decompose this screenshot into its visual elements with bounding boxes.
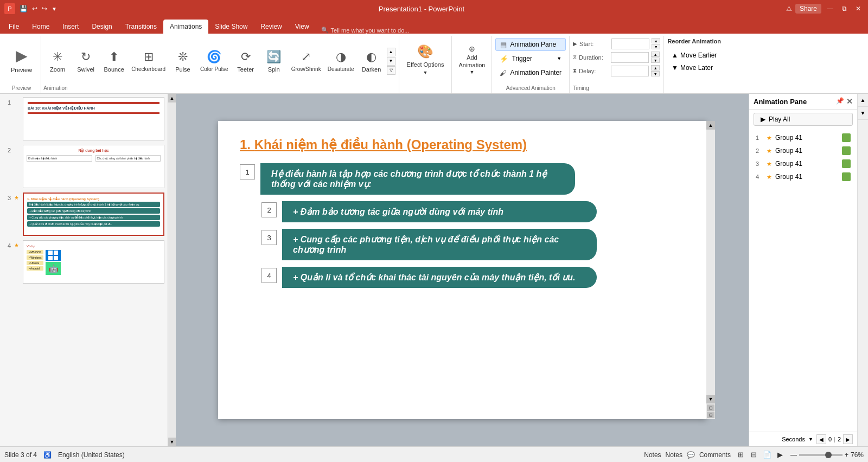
move-later-button[interactable]: ▼ Move Later	[667, 62, 721, 73]
delay-spin-down[interactable]: ▼	[651, 71, 660, 76]
slide-thumb-2: Nội dung bài học Khái niệm hệ điều hành …	[23, 145, 164, 188]
slide-item-1[interactable]: 1 BÀI 10: KHÁI NIỆM VỀ HỆ ĐIỀU HÀNH	[2, 96, 165, 142]
animation-pane-button[interactable]: ▤ Animation Pane	[495, 38, 566, 51]
zoom-in-btn[interactable]: +	[845, 451, 848, 459]
preview-button[interactable]: ▶ Preview	[5, 38, 37, 81]
anim-item-2[interactable]: 2 ★ Group 41	[754, 144, 853, 157]
comments-label[interactable]: Comments	[699, 451, 731, 459]
effect-options-button[interactable]: 🎨 Effect Options ▼	[403, 38, 449, 81]
canvas-scroll-up[interactable]: ▲	[706, 121, 715, 130]
anim-btn-spin[interactable]: 🔄 Spin	[260, 40, 288, 83]
tell-me-text[interactable]: Tell me what you want to do...	[331, 27, 410, 34]
accessibility-icon[interactable]: ♿	[43, 451, 52, 459]
tab-view[interactable]: View	[289, 20, 316, 34]
notes-label[interactable]: Notes	[666, 451, 682, 459]
seconds-start: 0	[828, 436, 832, 442]
slides-scroll-up[interactable]: ▲	[168, 94, 176, 102]
tab-slideshow[interactable]: Slide Show	[208, 20, 254, 34]
slide-canvas[interactable]: 1. Khái niệm hệ điều hành (Operating Sys…	[218, 121, 706, 419]
anim-item-1[interactable]: 1 ★ Group 41	[754, 131, 853, 144]
restore-button[interactable]: ⧉	[839, 3, 850, 14]
tab-home[interactable]: Home	[25, 20, 56, 34]
animation-painter-button[interactable]: 🖌 Animation Painter	[495, 66, 566, 79]
anim-scroll-up[interactable]: ▲	[387, 48, 395, 56]
duration-spin-down[interactable]: ▼	[651, 57, 660, 63]
trigger-button[interactable]: ⚡ Trigger ▼	[495, 52, 566, 65]
duration-spin-up[interactable]: ▲	[651, 52, 660, 57]
start-input[interactable]	[611, 39, 649, 49]
tab-insert[interactable]: Insert	[56, 20, 85, 34]
canvas-wrapper: 1. Khái niệm hệ điều hành (Operating Sys…	[218, 121, 706, 419]
reading-view-btn[interactable]: 📄	[761, 449, 773, 461]
tab-design[interactable]: Design	[85, 20, 118, 34]
delay-input[interactable]	[611, 66, 649, 76]
zoom-slider[interactable]	[799, 454, 843, 456]
preview-content: ▶ Preview	[5, 36, 37, 84]
slide-item-3[interactable]: 3 ★ 1. Khái niệm hệ điều hành (Operating…	[2, 191, 165, 237]
delay-spin-up[interactable]: ▲	[651, 65, 660, 70]
anim-btn-pulse[interactable]: ❊ Pulse	[169, 40, 197, 83]
normal-view-btn[interactable]: ⊞	[735, 449, 747, 461]
slides-scroll-down[interactable]: ▼	[168, 438, 176, 446]
canvas-fit-btn[interactable]: ⊡	[707, 405, 714, 411]
anim-btn-checkerboard[interactable]: ⊞ Checkerboard	[128, 40, 169, 83]
anim-name-3: Group 41	[775, 160, 839, 168]
timing-fields: ▶ Start: ▲ ▼ ⧖ Duration: ▲	[573, 38, 660, 84]
start-spin-up[interactable]: ▲	[652, 38, 660, 43]
canvas-scroll-down[interactable]: ▼	[706, 395, 715, 403]
canvas-fit-btn2[interactable]: ⊟	[707, 412, 714, 418]
anim-btn-desaturate[interactable]: ◑ Desaturate	[324, 40, 358, 83]
tab-review[interactable]: Review	[254, 20, 288, 34]
close-button[interactable]: ✕	[853, 3, 864, 14]
search-icon: 🔍	[321, 27, 329, 34]
status-left: Slide 3 of 4 ♿ English (United States)	[4, 451, 125, 459]
add-animation-icon: ⊕	[469, 44, 475, 53]
anim-item-3[interactable]: 3 ★ Group 41	[754, 157, 853, 170]
anim-item-4[interactable]: 4 ★ Group 41	[754, 170, 853, 183]
tab-file[interactable]: File	[2, 20, 25, 34]
start-spin-down[interactable]: ▼	[652, 44, 660, 49]
zoom-level[interactable]: 76%	[851, 451, 864, 459]
timing-delay-field: ⧗ Delay: ▲ ▼	[573, 65, 660, 76]
tab-animations[interactable]: Animations	[163, 20, 208, 34]
save-icon[interactable]: 💾	[20, 5, 28, 12]
duration-input[interactable]	[611, 52, 649, 63]
anim-btn-swivel[interactable]: ↻ Swivel	[72, 40, 100, 83]
comments-button[interactable]: 💬	[687, 451, 695, 459]
anim-btn-growshrink[interactable]: ⤢ Grow/Shrink	[288, 40, 324, 83]
anim-num-3: 3	[756, 161, 763, 167]
delay-spinners: ▲ ▼	[651, 65, 660, 76]
minimize-button[interactable]: —	[825, 3, 835, 14]
redo-icon[interactable]: ↪	[42, 5, 47, 12]
anim-pane-pin[interactable]: 📌	[836, 97, 844, 106]
tab-transitions[interactable]: Transitions	[119, 20, 163, 34]
zoom-out-btn[interactable]: —	[790, 451, 797, 459]
undo-icon[interactable]: ↩	[32, 5, 37, 12]
anim-btn-darken[interactable]: ◐ Darken	[358, 40, 386, 83]
anim-btn-bounce[interactable]: ⬆ Bounce	[100, 40, 128, 83]
notes-button[interactable]: Notes	[644, 451, 661, 459]
slide4-msdos: • MS-DOS	[27, 250, 43, 254]
customize-icon[interactable]: ▼	[52, 6, 57, 12]
language[interactable]: English (United States)	[58, 451, 125, 459]
add-animation-button[interactable]: ⊕ Add Animation ▼	[455, 38, 488, 81]
slideshow-btn[interactable]: ▶	[774, 449, 786, 461]
seconds-prev[interactable]: ◀	[816, 434, 826, 444]
pane-arrow-down[interactable]: ▼	[858, 107, 868, 120]
seconds-dropdown-icon[interactable]: ▼	[808, 437, 813, 442]
anim-scroll-more[interactable]: ▽	[387, 66, 395, 75]
anim-color-4	[842, 172, 851, 181]
play-all-button[interactable]: ▶ Play All	[754, 113, 853, 126]
anim-btn-zoom[interactable]: ✳ Zoom	[43, 40, 72, 83]
pane-arrow-up[interactable]: ▲	[858, 94, 868, 107]
share-button[interactable]: Share	[795, 4, 821, 14]
seconds-next[interactable]: ▶	[843, 434, 853, 444]
anim-btn-colorpulse[interactable]: 🌀 Color Pulse	[197, 40, 232, 83]
slide-item-2[interactable]: 2 Nội dung bài học Khái niệm hệ điều hàn…	[2, 144, 165, 189]
anim-scroll-down[interactable]: ▼	[387, 57, 395, 66]
slide-sorter-btn[interactable]: ⊟	[748, 449, 760, 461]
slide-item-4[interactable]: 4 ★ Ví dụ: • MS-DOS • Windows • Ubuntu •…	[2, 239, 165, 285]
move-earlier-button[interactable]: ▲ Move Earlier	[667, 50, 721, 61]
anim-pane-close[interactable]: ✕	[846, 97, 853, 106]
anim-btn-teeter[interactable]: ⟳ Teeter	[232, 40, 260, 83]
